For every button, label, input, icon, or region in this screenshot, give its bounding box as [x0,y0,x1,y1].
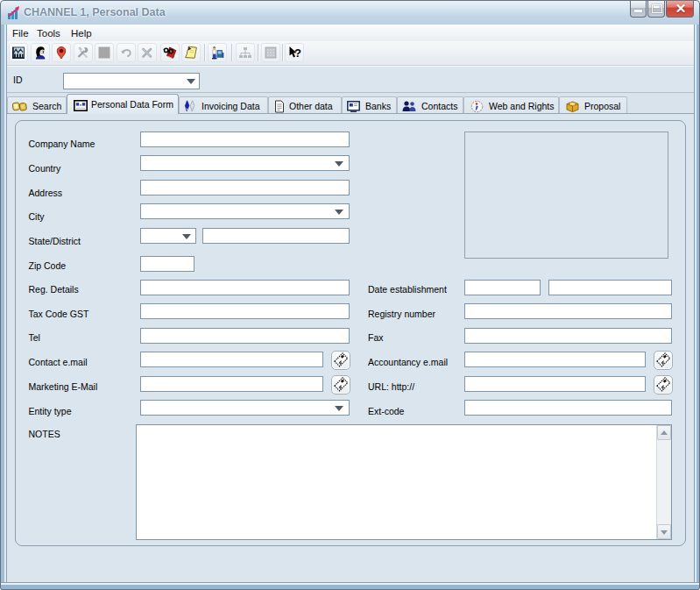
svg-text:?: ? [294,46,301,60]
